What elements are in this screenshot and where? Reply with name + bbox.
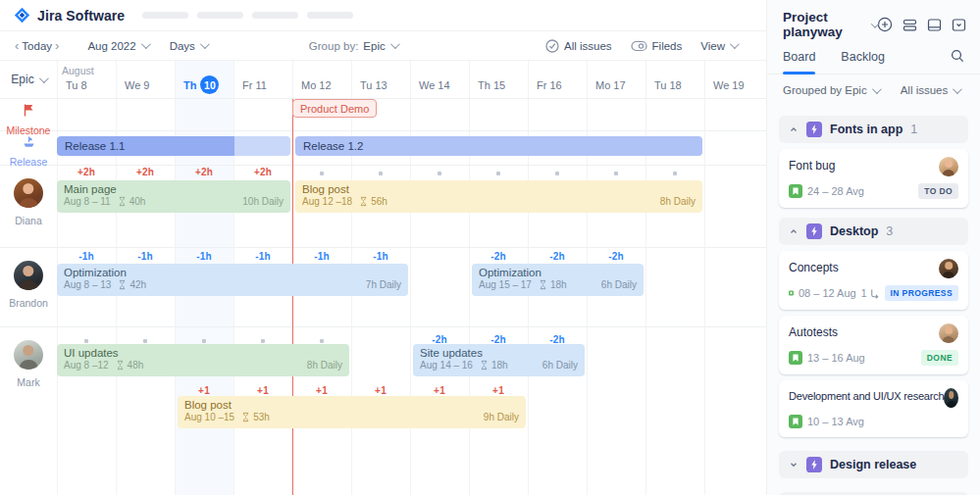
issue-card-concepts[interactable]: Concepts08 – 12 Aug1IN PROGRESS xyxy=(779,251,968,310)
gantt-bar-blog-post[interactable]: Blog postAug 12 –1856h8h Daily xyxy=(295,180,702,213)
search-icon[interactable] xyxy=(951,49,964,74)
day-column-header[interactable]: Th 15 xyxy=(469,61,528,98)
tab-board[interactable]: Board xyxy=(783,50,815,74)
day-column-header[interactable]: Tu 18 xyxy=(645,61,704,98)
card-title: Autotests xyxy=(789,323,939,339)
day-column-header[interactable]: Mo 12 xyxy=(292,61,351,98)
lane-name: Diana xyxy=(0,215,57,226)
day-column-header[interactable]: Th10 xyxy=(175,61,233,98)
day-column-header[interactable]: Fr 11 xyxy=(233,61,292,98)
gantt-bar-release-1-1[interactable]: Release 1.1 xyxy=(57,136,290,156)
prev-period-button[interactable]: ‹ xyxy=(12,38,22,53)
avatar xyxy=(944,388,958,408)
top-navigation: Jira Software xyxy=(0,0,766,31)
add-card-button[interactable] xyxy=(877,17,893,32)
bar-daily-hours: 6h Daily xyxy=(601,279,637,290)
capacity-marker: +1 xyxy=(469,385,528,396)
project-selector[interactable]: Project planyway xyxy=(783,10,877,39)
capacity-marker: +1 xyxy=(351,385,410,396)
fields-toggle[interactable]: Fileds xyxy=(631,40,683,52)
issue-card-development-and-ui-ux-research[interactable]: Development and UI/UX research10 – 13 Av… xyxy=(779,380,968,437)
gantt-bar-main-page[interactable]: Main pageAug 8 – 1140h10h Daily xyxy=(57,180,290,213)
group-by-value: Epic xyxy=(363,40,385,52)
day-column-header[interactable]: We 9 xyxy=(116,61,175,98)
day-column-header[interactable]: Fr 16 xyxy=(528,61,587,98)
view-selector[interactable]: View xyxy=(700,40,737,52)
nav-placeholder-items xyxy=(142,12,353,19)
tab-backlog[interactable]: Backlog xyxy=(841,50,884,74)
bar-total-hours: 48h xyxy=(128,360,144,371)
hourglass-icon xyxy=(480,360,489,371)
grouped-by-selector[interactable]: Grouped by Epic xyxy=(783,84,879,96)
lane-label-mark[interactable]: Mark xyxy=(0,326,57,388)
check-circle-icon xyxy=(545,39,559,53)
scale-selector[interactable]: Days xyxy=(170,40,207,52)
bar-title: Site updates xyxy=(420,347,578,359)
epic-group-label: Fonts in app xyxy=(830,123,903,136)
avatar xyxy=(939,259,958,278)
rows-layout-icon[interactable] xyxy=(903,18,917,32)
panel-dropdown-icon[interactable] xyxy=(952,18,966,32)
card-subtasks[interactable]: 1 xyxy=(861,287,880,299)
grid-hline xyxy=(0,165,766,166)
issue-card-font-bug[interactable]: Font bug24 – 28 AvgTO DO xyxy=(779,149,968,208)
epic-column-header[interactable]: Epic xyxy=(0,61,57,98)
grid-vline xyxy=(410,61,411,495)
epic-column-label: Epic xyxy=(11,73,33,86)
month-selector[interactable]: Aug 2022 xyxy=(87,40,147,52)
bar-date-range: Aug 15 – 17 xyxy=(479,279,532,290)
gantt-bar-ui-updates[interactable]: UI updatesAug 8 –1248h8h Daily xyxy=(57,344,349,376)
chevron-down-icon xyxy=(730,39,740,49)
dot-icon xyxy=(261,339,265,343)
capacity-marker: -1h xyxy=(233,251,292,262)
status-badge: TO DO xyxy=(918,183,958,199)
bar-title: Blog post xyxy=(184,399,519,411)
app-window: Jira Software ‹ Today › Aug 2022 Days Gr… xyxy=(0,0,980,495)
jira-logo[interactable]: Jira Software xyxy=(14,7,125,24)
today-button[interactable]: Today xyxy=(22,40,52,52)
day-column-header[interactable]: We 14 xyxy=(410,61,469,98)
dot-icon xyxy=(320,339,324,343)
gantt-bar-optimization[interactable]: OptimizationAug 8 – 1342h7h Daily xyxy=(57,264,408,296)
flag-icon xyxy=(23,103,35,118)
all-issues-filter[interactable]: All issues xyxy=(545,39,612,53)
gantt-bar-site-updates[interactable]: Site updatesAug 14 – 1618h6h Daily xyxy=(413,344,585,376)
bar-daily-hours: 7h Daily xyxy=(366,279,401,290)
epic-icon xyxy=(806,223,822,239)
lane-name: Mark xyxy=(0,376,57,388)
bar-title: Main page xyxy=(64,183,284,195)
dot-icon xyxy=(202,339,206,343)
next-period-button[interactable]: › xyxy=(52,38,62,53)
capacity-dot-marker xyxy=(292,167,351,177)
panel-bottom-icon[interactable] xyxy=(927,18,942,32)
timeline-panel: Jira Software ‹ Today › Aug 2022 Days Gr… xyxy=(0,0,766,495)
day-column-header[interactable]: We 19 xyxy=(704,61,763,98)
day-column-header[interactable]: Mo 17 xyxy=(587,61,645,98)
bar-title: Release 1.2 xyxy=(303,136,695,156)
lane-label-diana[interactable]: Diana xyxy=(0,165,57,226)
issues-filter-selector[interactable]: All issues xyxy=(901,84,960,96)
lane-label-brandon[interactable]: Brandon xyxy=(0,247,57,309)
milestone-product-demo[interactable]: Product Demo xyxy=(292,99,377,118)
issue-card-autotests[interactable]: Autotests13 – 16 AugDONE xyxy=(779,316,968,374)
capacity-marker: -2h xyxy=(528,251,587,262)
epic-icon xyxy=(806,457,822,472)
grid-hline xyxy=(0,130,766,131)
story-icon xyxy=(789,286,794,300)
day-column-header[interactable]: Tu 13 xyxy=(351,61,410,98)
epic-group-fonts-in-app[interactable]: Fonts in app1 xyxy=(779,116,968,143)
chevron-up-icon xyxy=(789,124,799,134)
hourglass-icon xyxy=(118,279,127,290)
lane-label-release[interactable]: Release xyxy=(0,130,57,168)
epic-group-design-release[interactable]: Design release xyxy=(779,451,968,478)
dot-icon xyxy=(614,172,618,175)
today-milestone-line xyxy=(292,99,294,495)
day-column-header[interactable]: Tu 8 xyxy=(57,61,116,98)
epic-group-desktop[interactable]: Desktop3 xyxy=(779,218,968,245)
gantt-bar-blog-post[interactable]: Blog postAug 10 –1553h9h Daily xyxy=(178,396,526,428)
gantt-bar-optimization[interactable]: OptimizationAug 15 – 1718h6h Daily xyxy=(472,264,644,296)
capacity-marker: +2h xyxy=(116,167,175,177)
gantt-bar-release-1-2[interactable]: Release 1.2 xyxy=(295,136,702,156)
group-by-selector[interactable]: Group by: Epic xyxy=(309,40,397,52)
bar-total-hours: 42h xyxy=(129,279,146,290)
